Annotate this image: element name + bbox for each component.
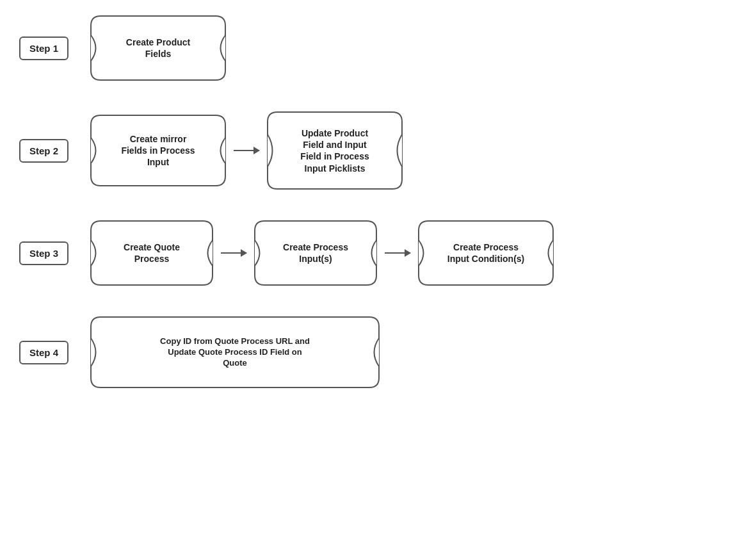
step2-shape2-text: Update Product Field and Input Field in … (275, 127, 395, 174)
step3-shape1: Create Quote Process (88, 218, 216, 288)
step1-shape1: Create Product Fields (88, 13, 229, 83)
step4-shape1: Copy ID from Quote Process URL and Updat… (88, 314, 382, 391)
step2-shape1: Create mirror Fields in Process Input (88, 112, 229, 189)
step2-badge: Step 2 (19, 139, 68, 163)
step4-badge: Step 4 (19, 341, 68, 364)
step3-arrow2 (385, 252, 410, 254)
step2-shape2: Update Product Field and Input Field in … (264, 109, 405, 192)
step4-row: Step 4 Copy ID from Quote Process URL an… (19, 314, 737, 391)
step2-shape1-text: Create mirror Fields in Process Input (99, 133, 218, 168)
step3-shape1-text: Create Quote Process (97, 241, 206, 265)
step2-arrow (234, 150, 259, 151)
step3-shape2: Create Process Input(s) (252, 218, 380, 288)
step3-shape2-text: Create Process Input(s) (261, 241, 370, 265)
step3-shape3-text: Create Process Input Condition(s) (426, 241, 546, 265)
step1-row: Step 1 Create Product Fields (19, 13, 737, 83)
diagram-container: Step 1 Create Product Fields Step 2 Crea… (0, 0, 756, 538)
step2-row: Step 2 Create mirror Fields in Process I… (19, 109, 737, 192)
step1-badge: Step 1 (19, 37, 68, 60)
step1-shape1-text: Create Product Fields (99, 37, 218, 60)
step3-row: Step 3 Create Quote Process Create Proce… (19, 218, 737, 288)
step3-arrow1 (221, 252, 246, 254)
step3-badge: Step 3 (19, 241, 68, 265)
step3-shape3: Create Process Input Condition(s) (415, 218, 556, 288)
step4-shape1-text: Copy ID from Quote Process URL and Updat… (110, 336, 360, 369)
